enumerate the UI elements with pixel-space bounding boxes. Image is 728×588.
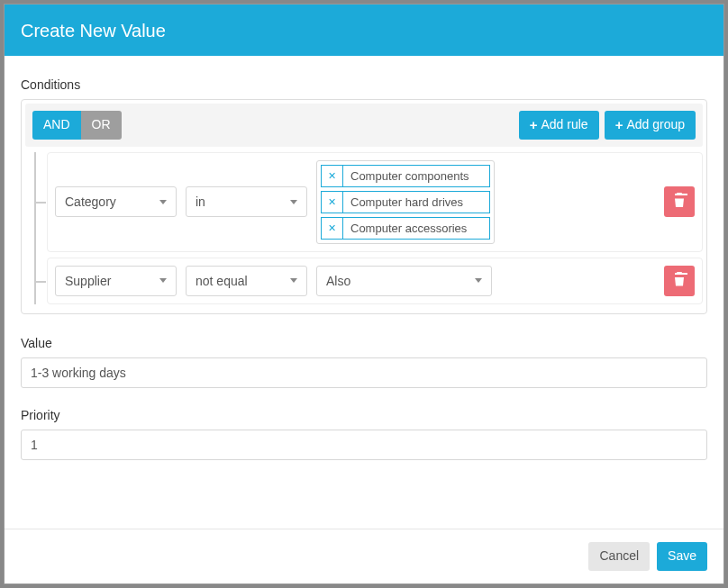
operator-value: in xyxy=(196,194,205,209)
add-rule-label: Add rule xyxy=(541,116,587,134)
operator-select[interactable]: in xyxy=(186,186,307,217)
operator-select[interactable]: not equal xyxy=(186,266,307,296)
and-button[interactable]: AND xyxy=(32,111,81,140)
trash-icon xyxy=(675,196,684,207)
chevron-down-icon xyxy=(290,278,297,283)
tag-label: Computer hard drives xyxy=(343,192,489,213)
value-select[interactable]: Also xyxy=(316,266,492,296)
cancel-button[interactable]: Cancel xyxy=(588,542,650,571)
trash-icon xyxy=(677,193,682,194)
priority-input[interactable] xyxy=(21,430,707,460)
or-button[interactable]: OR xyxy=(81,111,122,140)
rules-container: Category in ✕ Computer components ✕ xyxy=(34,152,703,304)
tag-remove-icon[interactable]: ✕ xyxy=(322,166,343,186)
operator-value: not equal xyxy=(196,274,248,288)
chevron-down-icon xyxy=(290,200,297,204)
tag-label: Computer accessories xyxy=(343,218,489,239)
tag: ✕ Computer accessories xyxy=(321,217,490,240)
tag: ✕ Computer hard drives xyxy=(321,191,490,213)
rule-row: Supplier not equal Also xyxy=(47,258,703,304)
field-select[interactable]: Supplier xyxy=(55,266,177,296)
plus-icon: + xyxy=(530,118,538,131)
value-input[interactable] xyxy=(21,357,707,388)
chevron-down-icon xyxy=(159,200,167,204)
tag-remove-icon[interactable]: ✕ xyxy=(322,192,343,213)
chevron-down-icon xyxy=(475,278,482,283)
conditions-label: Conditions xyxy=(21,77,707,92)
qb-group-header: AND OR + Add rule + Add group xyxy=(25,104,703,147)
plus-icon: + xyxy=(615,118,623,131)
query-builder: AND OR + Add rule + Add group xyxy=(21,99,707,314)
field-select[interactable]: Category xyxy=(55,186,177,217)
save-button[interactable]: Save xyxy=(657,542,707,571)
modal-title: Create New Value xyxy=(21,21,166,41)
modal-footer: Cancel Save xyxy=(5,529,723,583)
tag-label: Computer components xyxy=(343,166,489,186)
field-value: Supplier xyxy=(65,274,111,288)
modal-dialog: Create New Value Conditions AND OR + Add… xyxy=(4,4,724,584)
delete-rule-button[interactable] xyxy=(664,186,695,217)
chevron-down-icon xyxy=(159,278,167,283)
value-text: Also xyxy=(326,274,350,288)
tag: ✕ Computer components xyxy=(321,165,490,187)
modal-header: Create New Value xyxy=(5,5,723,56)
priority-label: Priority xyxy=(21,408,707,422)
tag-remove-icon[interactable]: ✕ xyxy=(322,218,343,239)
rule-row: Category in ✕ Computer components ✕ xyxy=(47,152,703,252)
trash-icon xyxy=(675,276,684,286)
add-group-label: Add group xyxy=(626,116,685,134)
delete-rule-button[interactable] xyxy=(664,266,695,296)
field-value: Category xyxy=(65,194,116,209)
conjunction-toggle: AND OR xyxy=(32,111,122,140)
modal-body: Conditions AND OR + Add rule + Add group xyxy=(5,56,723,529)
value-label: Value xyxy=(21,336,707,350)
add-group-button[interactable]: + Add group xyxy=(605,111,696,140)
add-rule-button[interactable]: + Add rule xyxy=(519,111,599,140)
trash-icon xyxy=(677,272,682,274)
value-multiselect[interactable]: ✕ Computer components ✕ Computer hard dr… xyxy=(316,160,495,244)
